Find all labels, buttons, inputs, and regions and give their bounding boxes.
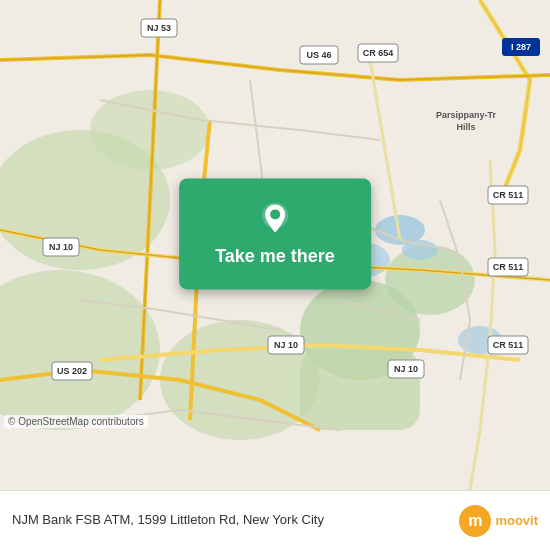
moovit-logo[interactable]: m moovit xyxy=(459,505,538,537)
take-me-there-button[interactable]: Take me there xyxy=(179,178,371,289)
svg-text:NJ 53: NJ 53 xyxy=(147,23,171,33)
moovit-text: moovit xyxy=(495,513,538,528)
svg-text:NJ 10: NJ 10 xyxy=(394,364,418,374)
svg-point-39 xyxy=(270,209,280,219)
svg-text:I 287: I 287 xyxy=(511,42,531,52)
svg-text:CR 511: CR 511 xyxy=(493,340,524,350)
button-overlay: Take me there xyxy=(179,178,371,289)
map-attribution: © OpenStreetMap contributors xyxy=(4,415,148,428)
svg-text:CR 511: CR 511 xyxy=(493,190,524,200)
take-me-there-label: Take me there xyxy=(215,246,335,267)
svg-text:Hills: Hills xyxy=(456,122,475,132)
bottom-bar: NJM Bank FSB ATM, 1599 Littleton Rd, New… xyxy=(0,490,550,550)
location-pin-icon xyxy=(257,200,293,236)
svg-text:NJ 10: NJ 10 xyxy=(274,340,298,350)
location-text: NJM Bank FSB ATM, 1599 Littleton Rd, New… xyxy=(12,512,449,529)
svg-text:US 46: US 46 xyxy=(306,50,331,60)
attribution-text: © OpenStreetMap contributors xyxy=(8,416,144,427)
moovit-letter: m xyxy=(468,512,482,530)
moovit-icon: m xyxy=(459,505,491,537)
svg-text:US 202: US 202 xyxy=(57,366,87,376)
svg-text:Parsippany-Tr: Parsippany-Tr xyxy=(436,110,497,120)
svg-text:NJ 10: NJ 10 xyxy=(49,242,73,252)
map-container: NJ 53 US 46 I 287 CR 654 NJ 10 NJ 53 CR … xyxy=(0,0,550,490)
svg-text:CR 654: CR 654 xyxy=(363,48,394,58)
svg-text:CR 511: CR 511 xyxy=(493,262,524,272)
